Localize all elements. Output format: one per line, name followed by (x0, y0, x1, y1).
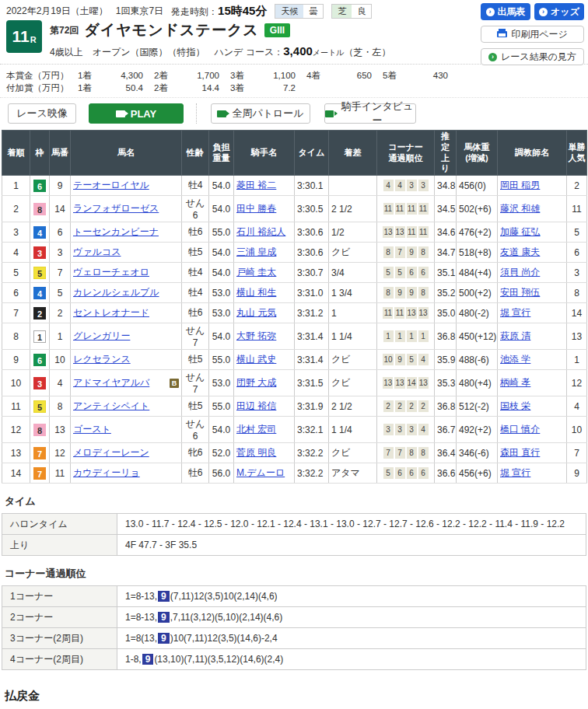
corner-position: 6 (407, 467, 417, 479)
jockey-name-link[interactable]: 石川 裕紀人 (236, 226, 285, 237)
sex-age: せん7 (182, 323, 209, 350)
jockey-name-link[interactable]: 田辺 裕信 (236, 400, 276, 411)
result-row: 346トーセンカンビーナ牡655.0石川 裕紀人3:30.61/21313111… (2, 222, 587, 243)
jockey-interview-button[interactable]: 騎手インタビュー (324, 103, 416, 124)
horse-name-link[interactable]: レクセランス (73, 353, 131, 366)
trainer-cell: 柄崎 孝 (498, 370, 567, 396)
horse-name-cell: ヴァルコス (71, 243, 182, 263)
sex-age: 牡6 (182, 303, 209, 323)
jockey-name-link[interactable]: M.デムーロ (236, 467, 285, 478)
winner-number-highlight: 9 (142, 654, 154, 665)
result-row: 645カレンルシェルブル牡453.0横山 和生3:31.01 3/4899835… (2, 283, 587, 303)
column-header-label: 性齢 (187, 148, 204, 159)
course-label: コース： (246, 47, 284, 58)
trainer-cell: 友道 康夫 (498, 243, 567, 263)
trainer-name-link[interactable]: 柄崎 孝 (500, 377, 530, 388)
horse-name-link[interactable]: ヴァルコス (73, 246, 121, 259)
win-favorite-rank: 5 (567, 222, 587, 243)
prize-amount: 4,300 (103, 69, 143, 82)
horse-name-link[interactable]: セントレオナード (73, 306, 149, 320)
trainer-name-link[interactable]: 国枝 栄 (500, 400, 530, 411)
trainer-name-link[interactable]: 堀 宣行 (500, 467, 530, 478)
column-header-pos: 着順 (2, 131, 30, 176)
horse-number: 6 (50, 222, 71, 243)
horse-name-cell: アンティシペイト (71, 396, 182, 417)
finish-position: 8 (2, 323, 30, 350)
jockey-name-link[interactable]: 三浦 皇成 (236, 246, 276, 257)
corner-position: 7 (395, 246, 405, 258)
trainer-name-link[interactable]: 岡田 稲男 (500, 180, 540, 190)
trainer-name-link[interactable]: 橋口 慎介 (500, 424, 540, 435)
horse-name-link[interactable]: カウディーリョ (73, 466, 140, 480)
win-favorite-rank: 8 (567, 283, 587, 303)
prize-amount: 7.2 (255, 82, 296, 94)
play-button[interactable]: PLAY (89, 103, 184, 124)
jockey-name-link[interactable]: 大野 拓弥 (236, 330, 276, 341)
trainer-name-link[interactable]: 藤沢 和雄 (500, 203, 540, 214)
jockey-name-link[interactable]: 菅原 明良 (236, 447, 276, 458)
patrol-video-button[interactable]: 全周パトロール (211, 103, 310, 124)
bracket-number-cell: 1 (30, 323, 50, 350)
prize-rank-label: 4着 (306, 69, 331, 82)
prize-rank-label: 3着 (230, 69, 255, 82)
margin: 1 1/4 (329, 417, 377, 443)
horse-name-link[interactable]: ゴースト (73, 423, 111, 436)
results-guide-button[interactable]: レース結果の見方 (481, 48, 584, 65)
jockey-name-link[interactable]: 横山 武史 (236, 354, 276, 365)
horse-name-link[interactable]: カレンルシェルブル (73, 286, 159, 299)
jockey-cell: 横山 武史 (234, 350, 295, 370)
trainer-name-link[interactable]: 友道 康夫 (500, 246, 540, 257)
trainer-name-link[interactable]: 堀 宣行 (500, 307, 530, 318)
trainer-name-link[interactable]: 萩原 清 (500, 330, 530, 341)
trainer-cell: 萩原 清 (498, 323, 567, 350)
win-favorite-rank: 2 (567, 176, 587, 196)
result-row: 433ヴァルコス牡554.0三浦 皇成3:30.6クビ879834.7518(+… (2, 243, 587, 263)
trainer-name-link[interactable]: 池添 学 (500, 354, 530, 365)
corner-position: 8 (418, 447, 429, 459)
corner-positions-cell: 10954 (377, 350, 435, 370)
corner-position: 3 (418, 180, 429, 191)
time-row-label: 上り (2, 535, 117, 556)
horse-name-link[interactable]: テーオーロイヤル (73, 179, 149, 192)
trainer-name-link[interactable]: 森田 直行 (500, 447, 540, 458)
horse-name-link[interactable]: ランフォザローゼス (73, 202, 159, 215)
horse-name-link[interactable]: トーセンカンビーナ (73, 225, 159, 239)
time-table-body: ハロンタイム13.0 - 11.7 - 12.4 - 12.5 - 12.0 -… (2, 514, 586, 556)
column-header-label: 馬名 (117, 148, 135, 159)
corner-position: 7 (383, 447, 394, 459)
prize-rank-label: 5着 (383, 69, 408, 82)
corner-position: 11 (395, 203, 405, 215)
trainer-name-link[interactable]: 安田 翔伍 (500, 287, 540, 298)
corner-row-label: 3コーナー(2周目) (2, 628, 117, 649)
odds-button[interactable]: オッズ (534, 3, 584, 20)
prize-amount: 50.4 (103, 82, 143, 94)
time-row-value: 13.0 - 11.7 - 12.4 - 12.5 - 12.0 - 12.1 … (117, 514, 586, 535)
finish-position: 14 (2, 463, 30, 484)
corner-position: 13 (383, 377, 393, 389)
race-video-button[interactable]: レース映像 (8, 103, 76, 124)
horse-name-link[interactable]: アドマイヤアルバ (73, 376, 149, 389)
jockey-name-link[interactable]: 菱田 裕二 (236, 180, 276, 190)
win-favorite-rank: 6 (567, 243, 587, 263)
column-header-margin: 着差 (329, 131, 377, 176)
horse-name-link[interactable]: メロディーレーン (73, 446, 149, 459)
finish-position: 7 (2, 303, 30, 323)
horse-name-link[interactable]: ヴェローチェオロ (73, 266, 149, 279)
horse-body-weight: 502(+6) (457, 196, 498, 222)
trainer-name-link[interactable]: 須貝 尚介 (500, 267, 540, 278)
jockey-name-link[interactable]: 田中 勝春 (236, 203, 276, 214)
horse-name-link[interactable]: アンティシペイト (73, 400, 149, 413)
corner-position: 9 (395, 354, 405, 365)
bracket-number: 7 (33, 467, 46, 480)
win-favorite-rank: 11 (567, 196, 587, 222)
jockey-name-link[interactable]: 丸山 元気 (236, 307, 276, 318)
print-page-button[interactable]: 印刷用ページ (481, 26, 584, 43)
jockey-name-link[interactable]: 北村 宏司 (236, 424, 276, 435)
jockey-name-link[interactable]: 戸崎 圭太 (236, 267, 276, 278)
jockey-name-link[interactable]: 横山 和生 (236, 287, 276, 298)
horse-name-link[interactable]: グレンガリー (73, 330, 130, 343)
entries-button[interactable]: 出馬表 (481, 3, 530, 20)
win-favorite-rank: 12 (567, 370, 587, 396)
trainer-name-link[interactable]: 加藤 征弘 (500, 226, 540, 237)
jockey-name-link[interactable]: 団野 大成 (236, 377, 276, 388)
